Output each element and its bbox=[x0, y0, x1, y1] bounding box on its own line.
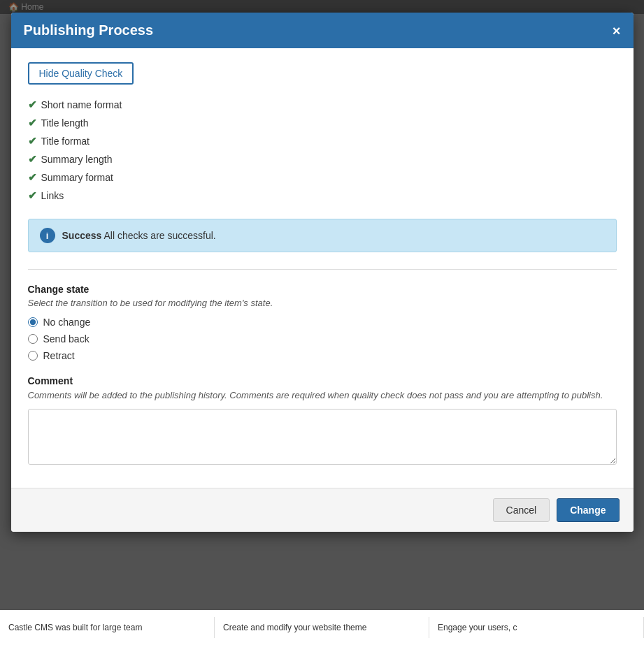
page-background: 🏠 Home Publishing Process × Hide Quality… bbox=[0, 0, 644, 645]
divider bbox=[28, 269, 617, 270]
modal-header: Publishing Process × bbox=[11, 13, 634, 48]
success-banner: i Success All checks are successful. bbox=[28, 219, 617, 252]
bottom-item-1: Castle CMS was built for large team bbox=[0, 617, 215, 638]
check-icon-summary-format: ✔ bbox=[28, 171, 37, 184]
check-label-summary-length: Summary length bbox=[41, 154, 113, 165]
success-message: All checks are successful. bbox=[103, 230, 215, 241]
modal-footer: Cancel Change bbox=[11, 488, 634, 532]
comment-section: Comment Comments will be added to the pu… bbox=[28, 375, 617, 467]
check-icon-short-name: ✔ bbox=[28, 99, 37, 111]
modal-overlay: Publishing Process × Hide Quality Check … bbox=[0, 0, 644, 645]
modal-body: Hide Quality Check ✔ Short name format ✔… bbox=[11, 48, 634, 488]
radio-no-change[interactable]: No change bbox=[28, 317, 617, 328]
check-icon-links: ✔ bbox=[28, 189, 37, 202]
check-item-short-name: ✔ Short name format bbox=[28, 96, 617, 114]
check-icon-title-length: ✔ bbox=[28, 117, 37, 129]
comment-title: Comment bbox=[28, 375, 617, 386]
check-icon-summary-length: ✔ bbox=[28, 153, 37, 166]
check-item-title-format: ✔ Title format bbox=[28, 132, 617, 150]
bottom-bar: Castle CMS was built for large team Crea… bbox=[0, 610, 644, 645]
radio-label-retract: Retract bbox=[43, 350, 75, 361]
change-state-subtitle: Select the transition to be used for mod… bbox=[28, 298, 617, 308]
check-label-short-name: Short name format bbox=[41, 99, 122, 110]
radio-label-no-change: No change bbox=[43, 317, 91, 328]
radio-group: No change Send back Retract bbox=[28, 317, 617, 361]
modal-title: Publishing Process bbox=[24, 22, 154, 38]
success-label: Success bbox=[62, 230, 102, 241]
radio-input-retract[interactable] bbox=[28, 351, 38, 361]
success-text: Success All checks are successful. bbox=[62, 230, 216, 241]
check-item-summary-length: ✔ Summary length bbox=[28, 150, 617, 168]
bottom-item-2: Create and modify your website theme bbox=[215, 617, 429, 638]
modal-close-button[interactable]: × bbox=[613, 24, 621, 38]
radio-label-send-back: Send back bbox=[43, 333, 90, 345]
check-label-summary-format: Summary format bbox=[41, 172, 113, 183]
cancel-button[interactable]: Cancel bbox=[493, 498, 550, 522]
radio-input-send-back[interactable] bbox=[28, 334, 38, 344]
check-item-summary-format: ✔ Summary format bbox=[28, 168, 617, 187]
check-item-links: ✔ Links bbox=[28, 187, 617, 205]
check-label-links: Links bbox=[41, 190, 64, 201]
check-icon-title-format: ✔ bbox=[28, 135, 37, 147]
quality-check-list: ✔ Short name format ✔ Title length ✔ Tit… bbox=[28, 96, 617, 205]
check-item-title-length: ✔ Title length bbox=[28, 114, 617, 132]
check-label-title-length: Title length bbox=[41, 117, 89, 129]
check-label-title-format: Title format bbox=[41, 136, 90, 147]
comment-description: Comments will be added to the publishing… bbox=[28, 389, 617, 402]
bottom-item-3: Engage your users, c bbox=[429, 617, 644, 638]
comment-textarea[interactable] bbox=[28, 409, 617, 465]
change-button[interactable]: Change bbox=[557, 498, 619, 522]
info-icon: i bbox=[40, 228, 55, 243]
hide-quality-check-button[interactable]: Hide Quality Check bbox=[28, 62, 134, 85]
publishing-process-modal: Publishing Process × Hide Quality Check … bbox=[11, 13, 634, 532]
change-state-title: Change state bbox=[28, 284, 617, 295]
radio-input-no-change[interactable] bbox=[28, 317, 38, 327]
radio-send-back[interactable]: Send back bbox=[28, 333, 617, 345]
change-state-section: Change state Select the transition to be… bbox=[28, 284, 617, 361]
radio-retract[interactable]: Retract bbox=[28, 350, 617, 361]
